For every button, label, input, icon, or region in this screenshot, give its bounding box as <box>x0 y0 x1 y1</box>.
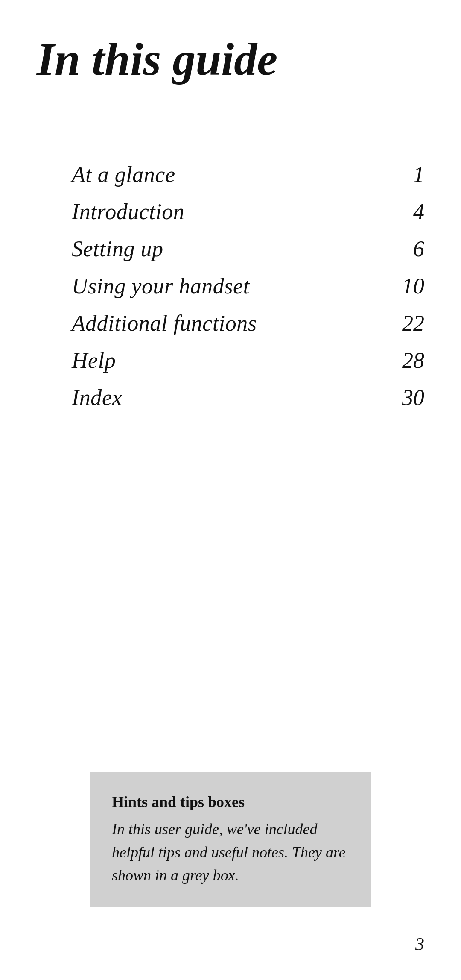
page: In this guide At a glance 1 Introduction… <box>0 0 461 980</box>
toc-item-help: Help 28 <box>72 348 424 373</box>
toc-item-setting-up: Setting up 6 <box>72 236 424 261</box>
toc-item-index: Index 30 <box>72 385 424 410</box>
hints-and-tips-box: Hints and tips boxes In this user guide,… <box>90 772 371 907</box>
toc-page-number: 22 <box>390 311 424 336</box>
page-number: 3 <box>415 934 424 954</box>
hints-box-title: Hints and tips boxes <box>112 793 349 811</box>
toc-page-number: 6 <box>390 236 424 261</box>
toc-page-number: 10 <box>390 273 424 299</box>
toc-page-number: 28 <box>390 348 424 373</box>
table-of-contents: At a glance 1 Introduction 4 Setting up … <box>72 162 424 410</box>
toc-label: Introduction <box>72 199 184 224</box>
toc-label: At a glance <box>72 162 175 187</box>
hints-box-body: In this user guide, we've included helpf… <box>112 818 349 887</box>
toc-page-number: 30 <box>390 385 424 410</box>
page-title: In this guide <box>37 34 424 85</box>
toc-item-using-handset: Using your handset 10 <box>72 273 424 299</box>
toc-label: Index <box>72 385 122 410</box>
toc-page-number: 4 <box>390 199 424 224</box>
toc-item-introduction: Introduction 4 <box>72 199 424 224</box>
toc-page-number: 1 <box>390 162 424 187</box>
toc-label: Setting up <box>72 236 163 261</box>
toc-item-additional-functions: Additional functions 22 <box>72 311 424 336</box>
toc-item-at-a-glance: At a glance 1 <box>72 162 424 187</box>
toc-label: Using your handset <box>72 273 250 299</box>
toc-label: Additional functions <box>72 311 257 336</box>
toc-label: Help <box>72 348 116 373</box>
